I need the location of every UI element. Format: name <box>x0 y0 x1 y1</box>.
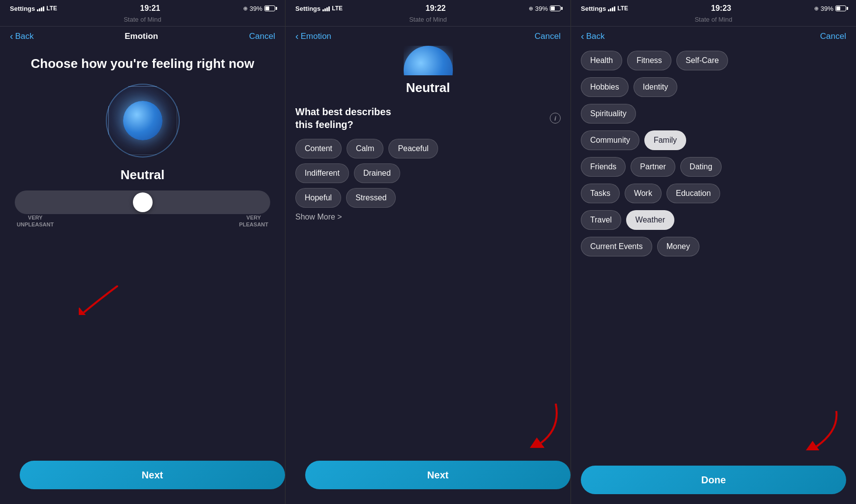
chip-work[interactable]: Work <box>625 184 662 203</box>
battery-icon-1 <box>264 5 275 11</box>
chip-group-friends: Friends Partner Dating <box>581 157 846 177</box>
chevron-left-icon-1: ‹ <box>10 31 13 42</box>
battery-icon-2 <box>550 5 561 11</box>
chip-stressed[interactable]: Stressed <box>346 188 396 208</box>
next-button-2[interactable]: Next <box>305 461 571 489</box>
nav-bar-3: ‹ Back Cancel <box>571 27 856 46</box>
next-button-1[interactable]: Next <box>20 461 285 489</box>
chips-row-1: Content Calm Peaceful <box>295 139 561 158</box>
cancel-button-3[interactable]: Cancel <box>820 32 846 41</box>
slider-thumb-1[interactable] <box>133 192 153 212</box>
orb-inner-1 <box>123 101 162 140</box>
signal-icon-2 <box>322 5 330 11</box>
signal-icon-1 <box>37 5 44 11</box>
carrier-1: Settings LTE <box>10 5 57 12</box>
location-icon: ⊕ <box>243 5 248 12</box>
battery-icon-3 <box>835 5 846 11</box>
status-bar-3: Settings LTE 19:23 ⊕ 39% <box>571 0 856 15</box>
next-button-label-2: Next <box>427 470 448 481</box>
next-button-label-1: Next <box>142 470 163 481</box>
chip-fitness[interactable]: Fitness <box>627 51 671 70</box>
info-icon[interactable]: i <box>550 113 561 124</box>
chevron-left-icon-3: ‹ <box>581 31 584 42</box>
chip-hobbies[interactable]: Hobbies <box>581 77 629 97</box>
done-button[interactable]: Done <box>581 466 846 494</box>
slider-track-1[interactable] <box>15 190 270 214</box>
orb-partial-inner-2 <box>404 46 453 75</box>
emotion-orb-1 <box>106 84 180 158</box>
signal-icon-3 <box>608 5 615 11</box>
chip-weather[interactable]: Weather <box>626 210 674 230</box>
chip-travel[interactable]: Travel <box>581 210 621 230</box>
chip-calm[interactable]: Calm <box>347 139 383 158</box>
show-more-button[interactable]: Show More > <box>295 213 561 221</box>
slider-container-1[interactable]: VERYUNPLEASANT VERYPLEASANT <box>10 190 275 228</box>
chevron-left-icon-2: ‹ <box>295 31 299 42</box>
screen3: Settings LTE 19:23 ⊕ 39% State of Mind ‹… <box>571 0 856 504</box>
chip-partner[interactable]: Partner <box>631 157 675 177</box>
chip-group-hobbies: Hobbies Identity <box>581 77 846 97</box>
red-arrow-3 <box>792 411 841 452</box>
back-button-3[interactable]: ‹ Back <box>581 31 604 42</box>
chips-row-3: Hopeful Stressed <box>295 188 561 208</box>
chip-current-events[interactable]: Current Events <box>581 237 652 256</box>
time-3: 19:23 <box>711 4 731 13</box>
back-button-1[interactable]: ‹ Back <box>10 31 33 42</box>
chip-peaceful[interactable]: Peaceful <box>388 139 438 158</box>
chip-friends[interactable]: Friends <box>581 157 626 177</box>
battery-2: ⊕ 39% <box>529 5 561 12</box>
emotion-label-2: Neutral <box>295 80 561 95</box>
cancel-button-2[interactable]: Cancel <box>535 32 561 41</box>
time-1: 19:21 <box>140 4 160 13</box>
chip-tasks[interactable]: Tasks <box>581 184 620 203</box>
chip-health[interactable]: Health <box>581 51 622 70</box>
back-button-2[interactable]: ‹ Emotion <box>295 31 331 42</box>
nav-bar-1: ‹ Back Emotion Cancel <box>0 27 285 46</box>
state-of-mind-bar-1: State of Mind <box>0 15 285 27</box>
chip-group-tasks: Tasks Work Education <box>581 184 846 203</box>
cancel-button-1[interactable]: Cancel <box>249 32 275 41</box>
describes-title: What best describesthis feeling? <box>295 105 391 131</box>
slider-right-label: VERYPLEASANT <box>239 214 268 228</box>
nav-bar-2: ‹ Emotion Cancel <box>285 27 571 46</box>
chip-hopeful[interactable]: Hopeful <box>295 188 341 208</box>
chip-family[interactable]: Family <box>644 130 686 150</box>
chip-indifferent[interactable]: Indifferent <box>295 163 349 183</box>
screen1-content: Choose how you're feeling right now Neut… <box>0 46 285 504</box>
chip-drained[interactable]: Drained <box>354 163 400 183</box>
describes-header: What best describesthis feeling? i <box>295 105 561 131</box>
chip-community[interactable]: Community <box>581 130 639 150</box>
chip-group-health: Health Fitness Self-Care <box>581 51 846 70</box>
orb-partial-2 <box>404 46 453 75</box>
chip-selfcare[interactable]: Self-Care <box>676 51 729 70</box>
battery-3: ⊕ 39% <box>814 5 846 12</box>
state-of-mind-bar-3: State of Mind <box>571 15 856 27</box>
chip-education[interactable]: Education <box>666 184 720 203</box>
status-bar-2: Settings LTE 19:22 ⊕ 39% <box>285 0 571 15</box>
chips-row-2: Indifferent Drained <box>295 163 561 183</box>
red-arrow-2 <box>521 404 561 450</box>
chip-group-events: Current Events Money <box>581 237 846 256</box>
time-2: 19:22 <box>426 4 446 13</box>
chip-identity[interactable]: Identity <box>634 77 678 97</box>
chip-money[interactable]: Money <box>657 237 699 256</box>
describes-section: What best describesthis feeling? i Conte… <box>295 105 561 225</box>
chip-group-travel: Travel Weather <box>581 210 846 230</box>
chip-group-community: Community Family <box>581 130 846 150</box>
screen1: Settings LTE 19:21 ⊕ 39% State of Mind ‹… <box>0 0 285 504</box>
chip-group-spirituality: Spirituality <box>581 104 846 124</box>
done-button-label: Done <box>701 474 726 486</box>
chip-spirituality[interactable]: Spirituality <box>581 104 636 124</box>
chip-dating[interactable]: Dating <box>680 157 722 177</box>
location-icon-2: ⊕ <box>529 5 533 12</box>
screen1-title: Choose how you're feeling right now <box>31 56 254 72</box>
status-bar-1: Settings LTE 19:21 ⊕ 39% <box>0 0 285 15</box>
slider-left-label: VERYUNPLEASANT <box>17 214 54 228</box>
chip-content[interactable]: Content <box>295 139 342 158</box>
red-arrow-1 <box>79 285 118 317</box>
orb-outer-1 <box>106 84 180 158</box>
location-icon-3: ⊕ <box>814 5 819 12</box>
nav-title-1: Emotion <box>125 32 158 41</box>
state-of-mind-bar-2: State of Mind <box>285 15 571 27</box>
slider-labels-1: VERYUNPLEASANT VERYPLEASANT <box>15 214 270 228</box>
